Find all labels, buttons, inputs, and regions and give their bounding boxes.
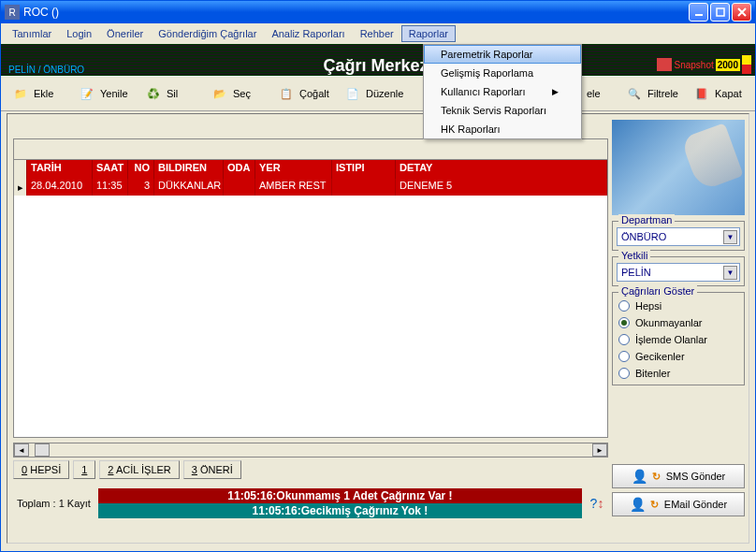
dropdown-item-label: Gelişmiş Raporlama (441, 67, 533, 79)
radio-bitenler[interactable]: Bitenler (618, 368, 738, 379)
radio-islemde[interactable]: İşlemde Olanlar (618, 334, 738, 345)
radio-gecikenler[interactable]: Gecikenler (618, 351, 738, 362)
tool-label: Ekle (34, 88, 53, 99)
tool-duzenle[interactable]: 📄Düzenle (337, 80, 410, 108)
tool-kapat[interactable]: 📕Kapat (686, 80, 751, 108)
submenu-arrow-icon: ▶ (552, 87, 559, 96)
status-unread: 11:05:16:Okunmamış 1 Adet Çağrınız Var ! (98, 488, 582, 503)
scroll-right-icon[interactable]: ► (592, 443, 607, 457)
edit-icon: 📄 (343, 84, 362, 103)
col-header-istipi[interactable]: ISTIPI (332, 160, 396, 179)
snapshot-label: Snapshot (674, 60, 713, 70)
row-indicator-header (14, 160, 27, 179)
cell-saat: 11:35 (93, 179, 128, 196)
app-icon: R (5, 5, 20, 20)
window-controls (689, 3, 751, 22)
menu-tanimlar[interactable]: Tanımlar (5, 25, 59, 42)
close-icon: 📕 (692, 84, 711, 103)
radio-label: Bitenler (635, 368, 670, 379)
help-icon[interactable]: ?↕ (586, 492, 608, 515)
tab-1[interactable]: 1 (73, 460, 95, 479)
radio-icon (618, 317, 630, 328)
radio-icon (618, 334, 630, 345)
stripe-badge (742, 55, 751, 74)
total-count: Toplam : 1 Kayıt (13, 496, 94, 511)
tool-label: Çoğalt (299, 88, 329, 99)
yetkili-select[interactable]: PELİN ▼ (617, 263, 740, 282)
tool-filtrele[interactable]: 🔍Filtrele (618, 80, 685, 108)
cell-bildiren: DÜKKANLAR (154, 179, 224, 196)
tab-hepsi[interactable]: 0 HEPSİ (13, 460, 69, 479)
tab-oneri[interactable]: 3 ÖNERİ (183, 460, 241, 479)
tool-label: Düzenle (366, 88, 403, 99)
departman-fieldset: Departman ÖNBÜRO ▼ (612, 221, 745, 251)
app-window: R ROC () Tanımlar Login Öneriler Gönderd… (0, 0, 756, 552)
person-icon (630, 497, 645, 512)
copy-icon: 📋 (277, 84, 296, 103)
menu-raporlar[interactable]: Raporlar (401, 25, 456, 42)
tab-acil[interactable]: 2 ACİL İŞLER (99, 460, 179, 479)
yetkili-fieldset: Yetkili PELİN ▼ (612, 256, 745, 286)
yetkili-value: PELİN (621, 267, 651, 278)
maximize-button[interactable] (710, 3, 730, 22)
tool-sec[interactable]: 📂Seç (204, 80, 269, 108)
page-title: Çağrı Merkezi (323, 56, 432, 76)
right-panel: Departman ÖNBÜRO ▼ Yetkili PELİN ▼ Çağrı… (612, 120, 745, 535)
scroll-thumb[interactable] (35, 443, 50, 457)
col-header-oda[interactable]: ODA (224, 160, 255, 179)
tool-ele[interactable]: ele (580, 80, 618, 108)
col-header-yer[interactable]: YER (255, 160, 332, 179)
col-header-no[interactable]: NO (128, 160, 154, 179)
filter-tabs: 0 HEPSİ 1 2 ACİL İŞLER 3 ÖNERİ (13, 460, 241, 479)
row-indicator-icon: ▸ (14, 179, 27, 196)
user-context-label: PELİN / ÖNBÜRO (8, 65, 84, 75)
refresh-icon: 📝 (78, 84, 96, 103)
tool-ekle[interactable]: 📁Ekle (5, 80, 70, 108)
menu-gonderdigim[interactable]: Gönderdiğim Çağrılar (151, 25, 264, 42)
minimize-button[interactable] (689, 3, 708, 22)
arrow-icon: ↻ (652, 471, 661, 483)
tool-label: Yenile (100, 88, 128, 99)
sms-button[interactable]: ↻SMS Gönder (612, 464, 745, 488)
dropdown-teknik[interactable]: Teknik Servis Raporları (424, 101, 581, 120)
tool-cogalt[interactable]: 📋Çoğalt (270, 80, 336, 108)
departman-select[interactable]: ÖNBÜRO ▼ (617, 227, 740, 246)
goster-fieldset: Çağrıları Göster Hepsi Okunmayanlar İşle… (612, 292, 745, 385)
menu-analiz[interactable]: Analiz Raporları (264, 25, 352, 42)
chevron-down-icon: ▼ (723, 266, 737, 280)
snapshot-icon (657, 58, 672, 71)
tool-sil[interactable]: ♻️Sil (138, 80, 203, 108)
data-grid[interactable]: TARİH SAAT NO BILDIREN ODA YER ISTIPI DE… (13, 138, 608, 438)
dropdown-hk[interactable]: HK Raporları (424, 120, 581, 138)
cell-yer: AMBER REST (255, 179, 332, 196)
email-button[interactable]: ↻EMail Gönder (612, 492, 745, 516)
radio-icon (618, 368, 630, 379)
select-icon: 📂 (211, 84, 229, 103)
year-badge: 2000 (716, 59, 740, 71)
grid-topbar (14, 139, 607, 160)
radio-icon (618, 300, 630, 312)
menu-oneriler[interactable]: Öneriler (99, 25, 151, 42)
radio-okunmayanlar[interactable]: Okunmayanlar (618, 317, 738, 328)
tool-yenile[interactable]: 📝Yenile (71, 80, 137, 108)
dropdown-kullanici[interactable]: Kullanıcı Raporları▶ (424, 82, 581, 101)
horizontal-scrollbar[interactable]: ◄ ► (13, 443, 608, 458)
radio-hepsi[interactable]: Hepsi (618, 300, 738, 312)
folder-add-icon: 📁 (11, 84, 30, 103)
col-header-tarih[interactable]: TARİH (27, 160, 93, 179)
menu-login[interactable]: Login (59, 25, 99, 42)
radio-group: Hepsi Okunmayanlar İşlemde Olanlar Gecik… (617, 298, 740, 381)
col-header-bildiren[interactable]: BILDIREN (154, 160, 224, 179)
table-row[interactable]: ▸ 28.04.2010 11:35 3 DÜKKANLAR AMBER RES… (14, 179, 607, 196)
content-area: TARİH SAAT NO BILDIREN ODA YER ISTIPI DE… (7, 113, 749, 544)
tool-label: Kapat (715, 88, 742, 99)
col-header-detay[interactable]: DETAY (396, 160, 607, 179)
menu-rehber[interactable]: Rehber (353, 25, 401, 42)
dropdown-gelismis[interactable]: Gelişmiş Raporlama (424, 64, 581, 82)
arrow-icon: ↻ (650, 499, 659, 511)
scroll-left-icon[interactable]: ◄ (14, 443, 29, 457)
radio-label: Gecikenler (635, 351, 685, 362)
close-button[interactable] (732, 3, 751, 22)
col-header-saat[interactable]: SAAT (93, 160, 128, 179)
dropdown-parametrik[interactable]: Paremetrik Raporlar (424, 45, 581, 64)
